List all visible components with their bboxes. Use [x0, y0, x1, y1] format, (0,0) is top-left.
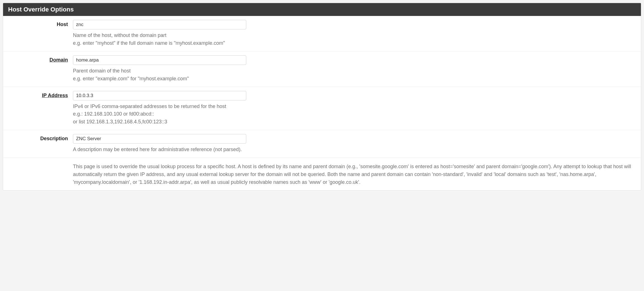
host-help: Name of the host, without the domain par… — [73, 32, 635, 47]
ip-input[interactable] — [73, 91, 246, 100]
ip-help-line2: e.g.: 192.168.100.100 or fd00:abcd:: — [73, 111, 154, 117]
ip-content: IPv4 or IPv6 comma-separated addresses t… — [73, 91, 641, 126]
domain-help: Parent domain of the host e.g. enter "ex… — [73, 67, 635, 83]
host-input[interactable] — [73, 20, 246, 29]
panel-title: Host Override Options — [3, 3, 641, 16]
ip-help-line3: or list 192.168.1.3,192.168.4.5,fc00:123… — [73, 119, 167, 125]
host-help-line2: e.g. enter "myhost" if the full domain n… — [73, 40, 225, 46]
host-help-line1: Name of the host, without the domain par… — [73, 32, 166, 38]
info-row: This page is used to override the usual … — [3, 158, 641, 190]
description-content: A description may be entered here for ad… — [73, 134, 641, 154]
domain-content: Parent domain of the host e.g. enter "ex… — [73, 55, 641, 83]
domain-help-line2: e.g. enter "example.com" for "myhost.exa… — [73, 76, 189, 81]
description-help: A description may be entered here for ad… — [73, 146, 635, 154]
ip-help: IPv4 or IPv6 comma-separated addresses t… — [73, 103, 635, 126]
info-spacer — [3, 163, 73, 186]
domain-label: Domain — [3, 55, 73, 83]
ip-help-line1: IPv4 or IPv6 comma-separated addresses t… — [73, 104, 226, 109]
description-help-line1: A description may be entered here for ad… — [73, 147, 242, 152]
domain-input[interactable] — [73, 55, 246, 65]
domain-help-line1: Parent domain of the host — [73, 68, 131, 74]
page-info-text: This page is used to override the usual … — [73, 163, 641, 186]
domain-row: Domain Parent domain of the host e.g. en… — [3, 51, 641, 87]
host-content: Name of the host, without the domain par… — [73, 20, 641, 47]
description-row: Description A description may be entered… — [3, 130, 641, 158]
ip-label: IP Address — [3, 91, 73, 126]
host-override-panel: Host Override Options Host Name of the h… — [3, 3, 641, 191]
host-row: Host Name of the host, without the domai… — [3, 16, 641, 51]
description-input[interactable] — [73, 134, 246, 144]
ip-row: IP Address IPv4 or IPv6 comma-separated … — [3, 87, 641, 130]
description-label: Description — [3, 134, 73, 154]
host-label: Host — [3, 20, 73, 47]
